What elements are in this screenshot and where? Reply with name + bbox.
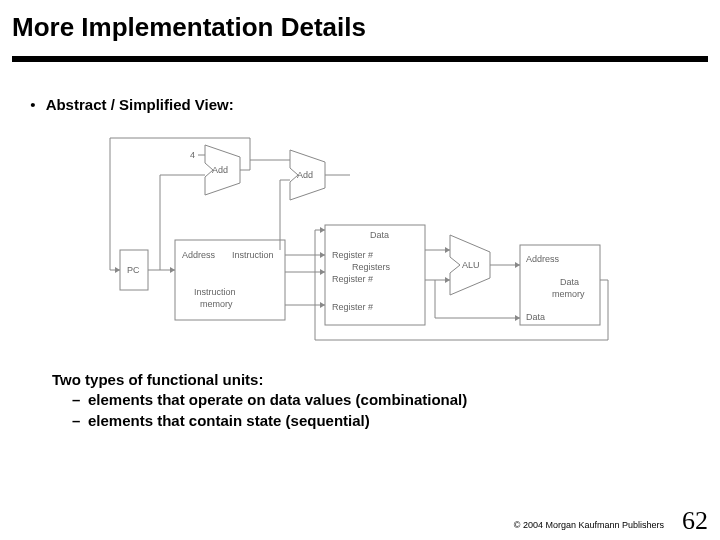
svg-marker-24 [320, 302, 325, 308]
svg-marker-2 [170, 267, 175, 273]
svg-marker-29 [445, 277, 450, 283]
imem-name-2: memory [200, 299, 233, 309]
svg-marker-36 [515, 315, 520, 321]
body-text: Two types of functional units: –elements… [52, 370, 467, 431]
reg-r1-label: Register # [332, 250, 373, 260]
reg-title-label: Registers [352, 262, 391, 272]
dmem-address-label: Address [526, 254, 560, 264]
adder1-label: Add [212, 165, 228, 175]
slide-title: More Implementation Details [12, 12, 366, 43]
datapath-diagram: PC Address Instruction Instruction memor… [90, 130, 610, 350]
title-rule [12, 56, 708, 62]
adder2-label: Add [297, 170, 313, 180]
dmem-data-label: Data [526, 312, 545, 322]
functional-units-heading: Two types of functional units: [52, 370, 467, 390]
alu-label: ALU [462, 260, 480, 270]
dmem-name-1: Data [560, 277, 579, 287]
page-number: 62 [682, 506, 708, 536]
bullet-dot-icon: • [24, 96, 42, 113]
imem-address-label: Address [182, 250, 216, 260]
svg-marker-42 [320, 227, 325, 233]
svg-marker-23 [320, 269, 325, 275]
functional-units-item-1: –elements that operate on data values (c… [52, 390, 467, 410]
bullet-text: Abstract / Simplified View: [46, 96, 234, 113]
functional-units-item-2: –elements that contain state (sequential… [52, 411, 467, 431]
const-4-label: 4 [190, 150, 195, 160]
svg-marker-32 [515, 262, 520, 268]
dmem-name-2: memory [552, 289, 585, 299]
svg-marker-28 [445, 247, 450, 253]
imem-name-1: Instruction [194, 287, 236, 297]
reg-data-label: Data [370, 230, 389, 240]
copyright-footer: © 2004 Morgan Kaufmann Publishers [514, 520, 664, 530]
reg-r3-label: Register # [332, 302, 373, 312]
svg-marker-13 [115, 267, 120, 273]
reg-r2-label: Register # [332, 274, 373, 284]
imem-instruction-label: Instruction [232, 250, 274, 260]
svg-marker-22 [320, 252, 325, 258]
bullet-abstract-view: • Abstract / Simplified View: [24, 96, 234, 113]
pc-label: PC [127, 265, 140, 275]
